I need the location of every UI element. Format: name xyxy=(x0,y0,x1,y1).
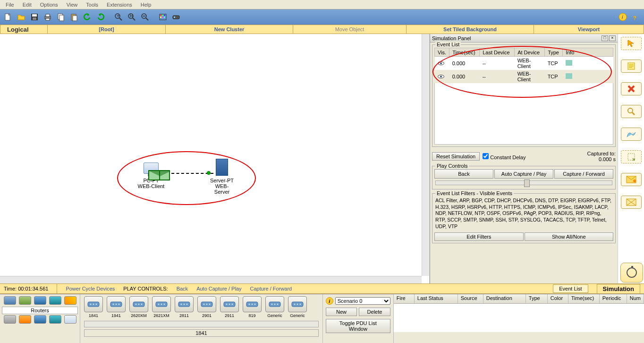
play-capture-forward-button[interactable]: Capture / Forward xyxy=(554,169,613,179)
redo-icon[interactable] xyxy=(94,11,107,23)
event-list-tab[interactable]: Event List xyxy=(553,284,588,293)
menu-options[interactable]: Options xyxy=(36,1,62,9)
undo-icon[interactable] xyxy=(81,11,93,23)
menu-file[interactable]: File xyxy=(2,1,18,9)
edit-filters-button[interactable]: Edit Filters xyxy=(434,232,524,241)
topology-canvas[interactable]: PC-PT WEB-Client Server-PT WEB-Server xyxy=(0,34,430,283)
nav-new-cluster[interactable]: New Cluster xyxy=(166,25,293,34)
nav-tiled-background[interactable]: Set Tiled Background xyxy=(407,25,534,34)
save-icon[interactable] xyxy=(28,11,41,23)
cat-routers-icon[interactable] xyxy=(4,296,16,305)
play-speed-slider[interactable] xyxy=(435,180,612,185)
show-all-none-button[interactable]: Show All/None xyxy=(525,232,614,241)
paste-icon[interactable] xyxy=(68,11,80,23)
pdu-col-last-status[interactable]: Last Status xyxy=(415,294,458,303)
scenario-select[interactable]: Scenario 0 xyxy=(335,297,390,305)
status-auto-link[interactable]: Auto Capture / Play xyxy=(196,286,241,292)
cat-wan-icon[interactable] xyxy=(34,315,46,324)
menu-tools[interactable]: Tools xyxy=(82,1,102,9)
scenario-new-button[interactable]: New xyxy=(326,308,357,316)
zoom-in-icon[interactable]: + xyxy=(112,11,125,23)
zoom-out-icon[interactable] xyxy=(139,11,151,23)
power-cycle-link[interactable]: Power Cycle Devices xyxy=(66,286,115,292)
complex-pdu-tool-icon[interactable] xyxy=(621,196,642,209)
device-model-item[interactable]: 2811 xyxy=(175,296,194,318)
pdu-col-num[interactable]: Num xyxy=(627,294,644,303)
col-vis[interactable]: Vis. xyxy=(435,48,449,57)
select-tool-icon[interactable] xyxy=(621,37,642,50)
cat-connections-icon[interactable] xyxy=(64,296,76,305)
svg-rect-22 xyxy=(162,15,163,16)
print-icon[interactable] xyxy=(42,11,54,23)
device-model-item[interactable]: Generic xyxy=(265,296,284,318)
canvas-scrollbar-vertical[interactable] xyxy=(422,34,429,276)
menu-edit[interactable]: Edit xyxy=(19,1,35,9)
sim-panel-undock-icon[interactable]: □ xyxy=(602,35,608,41)
canvas-scrollbar-horizontal[interactable] xyxy=(0,276,422,283)
simulation-tab[interactable]: Simulation xyxy=(597,284,640,294)
cat-enddevices-icon[interactable] xyxy=(4,315,16,324)
pdu-col-periodic[interactable]: Periodic xyxy=(600,294,627,303)
pdu-col-type[interactable]: Type xyxy=(526,294,548,303)
svg-rect-8 xyxy=(59,15,64,21)
simple-pdu-tool-icon[interactable] xyxy=(621,173,642,186)
svg-point-54 xyxy=(136,304,137,305)
device-model-item[interactable]: 2621XM xyxy=(152,296,171,318)
device-model-item[interactable]: 819 xyxy=(243,296,262,318)
play-auto-capture-button[interactable]: Auto Capture / Play xyxy=(494,169,553,179)
new-file-icon[interactable] xyxy=(2,11,14,23)
note-tool-icon[interactable] xyxy=(621,60,642,73)
status-back-link[interactable]: Back xyxy=(177,286,188,292)
scenario-panel: i Scenario 0 New Delete Toggle PDU List … xyxy=(323,294,394,343)
device-list-scrollbar[interactable] xyxy=(84,321,319,327)
menu-help[interactable]: Help xyxy=(137,1,155,9)
copy-icon[interactable] xyxy=(55,11,67,23)
zoom-reset-icon[interactable]: R xyxy=(126,11,138,23)
pdu-col-time[interactable]: Time(sec) xyxy=(568,294,600,303)
status-capfwd-link[interactable]: Capture / Forward xyxy=(250,286,292,292)
help-icon[interactable]: ? xyxy=(630,11,642,23)
menu-extensions[interactable]: Extensions xyxy=(103,1,136,9)
device-model-item[interactable]: 1941 xyxy=(107,296,126,318)
info-icon[interactable]: i xyxy=(617,11,629,23)
toggle-pdu-list-button[interactable]: Toggle PDU List Window xyxy=(326,319,390,333)
pdu-col-color[interactable]: Color xyxy=(548,294,568,303)
reset-simulation-button[interactable]: Reset Simulation xyxy=(432,152,480,161)
scenario-delete-button[interactable]: Delete xyxy=(359,308,390,316)
pdu-col-source[interactable]: Source xyxy=(458,294,483,303)
svg-point-39 xyxy=(628,108,633,113)
logical-tab[interactable]: Logical xyxy=(0,25,48,34)
cat-multiuser-icon[interactable] xyxy=(64,315,76,324)
inspect-tool-icon[interactable] xyxy=(621,105,642,118)
constant-delay-checkbox[interactable]: Constant Delay xyxy=(483,153,525,160)
cat-hubs-icon[interactable] xyxy=(34,296,46,305)
draw-tool-icon[interactable] xyxy=(621,128,642,141)
pdu-col-fire[interactable]: Fire xyxy=(394,294,415,303)
nav-move-object[interactable]: Move Object xyxy=(293,25,407,34)
scenario-info-icon[interactable]: i xyxy=(326,297,333,305)
realtime-simulation-toggle[interactable] xyxy=(620,263,643,283)
pdu-col-destination[interactable]: Destination xyxy=(483,294,526,303)
cat-wireless-icon[interactable] xyxy=(49,296,61,305)
open-folder-icon[interactable] xyxy=(15,11,27,23)
play-back-button[interactable]: Back xyxy=(434,169,493,179)
delete-tool-icon[interactable] xyxy=(621,82,642,95)
nav-viewport[interactable]: Viewport xyxy=(534,25,644,34)
cat-custom-icon[interactable] xyxy=(49,315,61,324)
sim-panel-close-icon[interactable]: × xyxy=(609,35,616,41)
device-model-item[interactable]: 2911 xyxy=(220,296,239,318)
resize-tool-icon[interactable] xyxy=(621,150,642,163)
device-list: 184119412620XM2621XM281129012911819Gener… xyxy=(80,294,323,343)
cat-security-icon[interactable] xyxy=(19,315,31,324)
device-model-item[interactable]: 2620XM xyxy=(129,296,148,318)
device-dialog-icon[interactable] xyxy=(170,11,182,23)
nav-root[interactable]: [Root] xyxy=(48,25,166,34)
palette-icon[interactable] xyxy=(157,11,169,23)
svg-rect-2 xyxy=(32,14,37,17)
device-model-item[interactable]: Generic xyxy=(288,296,307,318)
menu-view[interactable]: View xyxy=(63,1,82,9)
device-model-item[interactable]: 2901 xyxy=(197,296,216,318)
device-model-item[interactable]: 1841 xyxy=(84,296,103,318)
cat-switches-icon[interactable] xyxy=(19,296,31,305)
svg-point-50 xyxy=(113,304,114,305)
